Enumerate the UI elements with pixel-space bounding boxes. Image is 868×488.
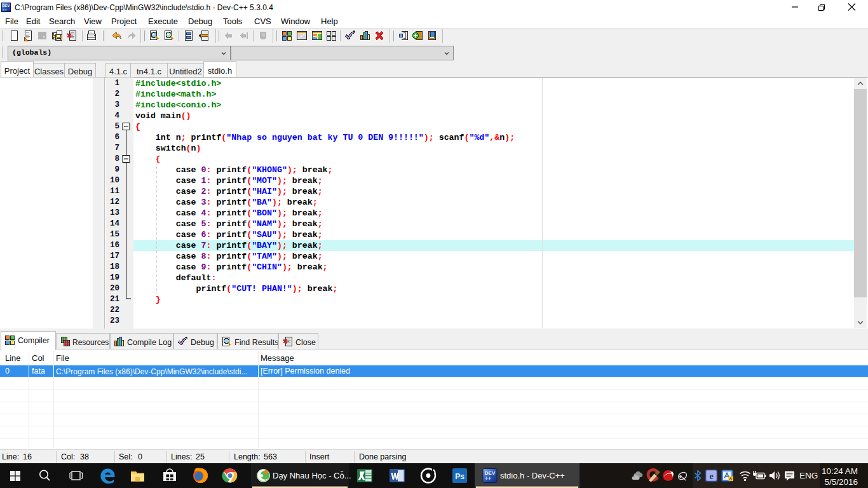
svg-text:++: ++ [485, 475, 491, 482]
svg-text:e: e [709, 471, 713, 481]
svg-text:Ps: Ps [455, 472, 465, 481]
svg-text:ENG: ENG [799, 471, 818, 480]
svg-text:10:24 AM: 10:24 AM [822, 466, 858, 476]
svg-text:5/5/2016: 5/5/2016 [824, 477, 858, 487]
